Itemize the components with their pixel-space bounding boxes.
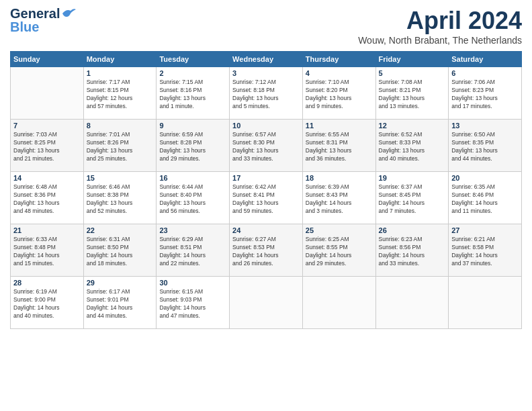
table-row: 15Sunrise: 6:46 AM Sunset: 8:38 PM Dayli… [83, 172, 157, 224]
table-row [302, 277, 375, 329]
table-row: 29Sunrise: 6:17 AM Sunset: 9:01 PM Dayli… [83, 277, 157, 329]
header-monday: Monday [83, 52, 157, 67]
day-number: 23 [159, 226, 226, 234]
table-row [375, 277, 449, 329]
month-title: April 2024 [358, 7, 522, 35]
table-row: 22Sunrise: 6:31 AM Sunset: 8:50 PM Dayli… [83, 224, 157, 277]
day-info: Sunrise: 6:39 AM Sunset: 8:43 PM Dayligh… [306, 183, 373, 216]
table-row: 12Sunrise: 6:52 AM Sunset: 8:33 PM Dayli… [375, 120, 449, 172]
table-row: 7Sunrise: 7:03 AM Sunset: 8:25 PM Daylig… [11, 120, 84, 172]
day-info: Sunrise: 6:59 AM Sunset: 8:28 PM Dayligh… [159, 131, 226, 163]
day-number: 2 [159, 69, 226, 77]
day-number: 21 [13, 226, 81, 234]
day-number: 19 [379, 174, 446, 182]
location: Wouw, North Brabant, The Netherlands [358, 35, 522, 46]
day-number: 29 [87, 279, 154, 287]
table-row: 17Sunrise: 6:42 AM Sunset: 8:41 PM Dayli… [230, 172, 303, 224]
logo-general: General [10, 7, 60, 20]
table-row [11, 67, 84, 120]
day-info: Sunrise: 7:17 AM Sunset: 8:15 PM Dayligh… [87, 79, 154, 111]
day-info: Sunrise: 6:37 AM Sunset: 8:45 PM Dayligh… [379, 183, 446, 216]
day-number: 14 [13, 174, 81, 182]
table-row: 23Sunrise: 6:29 AM Sunset: 8:51 PM Dayli… [157, 224, 230, 277]
logo-bird-icon [61, 7, 76, 19]
table-row: 27Sunrise: 6:21 AM Sunset: 8:58 PM Dayli… [449, 224, 522, 277]
day-number: 27 [451, 226, 519, 234]
day-info: Sunrise: 6:46 AM Sunset: 8:38 PM Dayligh… [87, 183, 154, 216]
day-number: 9 [159, 122, 226, 130]
table-row: 9Sunrise: 6:59 AM Sunset: 8:28 PM Daylig… [157, 120, 230, 172]
day-info: Sunrise: 6:17 AM Sunset: 9:01 PM Dayligh… [87, 288, 154, 320]
calendar-table: Sunday Monday Tuesday Wednesday Thursday… [10, 51, 522, 329]
table-row [449, 277, 522, 329]
title-section: April 2024 Wouw, North Brabant, The Neth… [358, 7, 522, 46]
day-number: 3 [232, 69, 300, 77]
day-info: Sunrise: 6:52 AM Sunset: 8:33 PM Dayligh… [379, 131, 446, 163]
day-number: 17 [232, 174, 300, 182]
day-info: Sunrise: 7:01 AM Sunset: 8:26 PM Dayligh… [87, 131, 154, 163]
table-row: 8Sunrise: 7:01 AM Sunset: 8:26 PM Daylig… [83, 120, 157, 172]
day-info: Sunrise: 6:23 AM Sunset: 8:56 PM Dayligh… [379, 236, 446, 268]
table-row: 13Sunrise: 6:50 AM Sunset: 8:35 PM Dayli… [449, 120, 522, 172]
table-row: 25Sunrise: 6:25 AM Sunset: 8:55 PM Dayli… [302, 224, 375, 277]
table-row: 2Sunrise: 7:15 AM Sunset: 8:16 PM Daylig… [157, 67, 230, 120]
day-info: Sunrise: 7:10 AM Sunset: 8:20 PM Dayligh… [306, 79, 373, 111]
day-number: 22 [87, 226, 154, 234]
header-saturday: Saturday [449, 52, 522, 67]
day-number: 28 [13, 279, 81, 287]
table-row: 4Sunrise: 7:10 AM Sunset: 8:20 PM Daylig… [302, 67, 375, 120]
day-number: 18 [306, 174, 373, 182]
day-number: 12 [379, 122, 446, 130]
day-number: 15 [87, 174, 154, 182]
logo: General Blue [10, 7, 76, 34]
day-info: Sunrise: 6:57 AM Sunset: 8:30 PM Dayligh… [232, 131, 300, 163]
day-number: 7 [13, 122, 81, 130]
day-number: 30 [159, 279, 226, 287]
table-row: 1Sunrise: 7:17 AM Sunset: 8:15 PM Daylig… [83, 67, 157, 120]
day-info: Sunrise: 7:15 AM Sunset: 8:16 PM Dayligh… [159, 79, 226, 111]
day-number: 6 [451, 69, 519, 77]
day-info: Sunrise: 6:29 AM Sunset: 8:51 PM Dayligh… [159, 236, 226, 268]
day-number: 16 [159, 174, 226, 182]
table-row: 26Sunrise: 6:23 AM Sunset: 8:56 PM Dayli… [375, 224, 449, 277]
day-info: Sunrise: 6:21 AM Sunset: 8:58 PM Dayligh… [451, 236, 519, 268]
day-info: Sunrise: 6:50 AM Sunset: 8:35 PM Dayligh… [451, 131, 519, 163]
table-row: 21Sunrise: 6:33 AM Sunset: 8:48 PM Dayli… [11, 224, 84, 277]
table-row: 24Sunrise: 6:27 AM Sunset: 8:53 PM Dayli… [230, 224, 303, 277]
calendar-week-row: 1Sunrise: 7:17 AM Sunset: 8:15 PM Daylig… [11, 67, 522, 120]
calendar-header-row: Sunday Monday Tuesday Wednesday Thursday… [11, 52, 522, 67]
day-number: 11 [306, 122, 373, 130]
day-number: 4 [306, 69, 373, 77]
table-row: 30Sunrise: 6:15 AM Sunset: 9:03 PM Dayli… [157, 277, 230, 329]
day-number: 8 [87, 122, 154, 130]
calendar-week-row: 21Sunrise: 6:33 AM Sunset: 8:48 PM Dayli… [11, 224, 522, 277]
logo-blue: Blue [10, 20, 76, 34]
table-row: 18Sunrise: 6:39 AM Sunset: 8:43 PM Dayli… [302, 172, 375, 224]
table-row: 19Sunrise: 6:37 AM Sunset: 8:45 PM Dayli… [375, 172, 449, 224]
day-info: Sunrise: 7:06 AM Sunset: 8:23 PM Dayligh… [451, 79, 519, 111]
header-thursday: Thursday [302, 52, 375, 67]
day-number: 5 [379, 69, 446, 77]
day-info: Sunrise: 6:31 AM Sunset: 8:50 PM Dayligh… [87, 236, 154, 268]
day-info: Sunrise: 6:55 AM Sunset: 8:31 PM Dayligh… [306, 131, 373, 163]
day-info: Sunrise: 7:03 AM Sunset: 8:25 PM Dayligh… [13, 131, 81, 163]
calendar-week-row: 28Sunrise: 6:19 AM Sunset: 9:00 PM Dayli… [11, 277, 522, 329]
day-number: 25 [306, 226, 373, 234]
table-row: 28Sunrise: 6:19 AM Sunset: 9:00 PM Dayli… [11, 277, 84, 329]
day-info: Sunrise: 6:19 AM Sunset: 9:00 PM Dayligh… [13, 288, 81, 320]
day-info: Sunrise: 6:42 AM Sunset: 8:41 PM Dayligh… [232, 183, 300, 216]
header: General Blue April 2024 Wouw, North Brab… [10, 7, 522, 46]
day-number: 1 [87, 69, 154, 77]
header-wednesday: Wednesday [230, 52, 303, 67]
table-row: 11Sunrise: 6:55 AM Sunset: 8:31 PM Dayli… [302, 120, 375, 172]
day-info: Sunrise: 6:27 AM Sunset: 8:53 PM Dayligh… [232, 236, 300, 268]
day-info: Sunrise: 6:44 AM Sunset: 8:40 PM Dayligh… [159, 183, 226, 216]
table-row: 16Sunrise: 6:44 AM Sunset: 8:40 PM Dayli… [157, 172, 230, 224]
header-friday: Friday [375, 52, 449, 67]
day-number: 20 [451, 174, 519, 182]
day-info: Sunrise: 6:15 AM Sunset: 9:03 PM Dayligh… [159, 288, 226, 320]
day-number: 26 [379, 226, 446, 234]
day-info: Sunrise: 6:33 AM Sunset: 8:48 PM Dayligh… [13, 236, 81, 268]
page: General Blue April 2024 Wouw, North Brab… [0, 0, 532, 411]
day-number: 24 [232, 226, 300, 234]
